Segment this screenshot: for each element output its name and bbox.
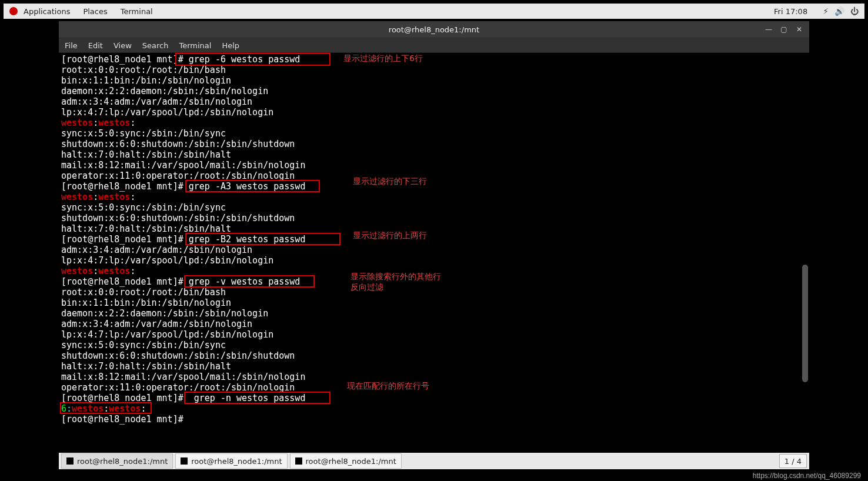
terminal-window: root@rhel8_node1:/mnt — ▢ ✕ File Edit Vi…: [59, 21, 809, 459]
maximize-button[interactable]: ▢: [777, 24, 790, 35]
highlight-box-3: [185, 233, 340, 245]
terminal-area[interactable]: [root@rhel8_node1 mnt]# grep -6 westos p…: [59, 53, 809, 459]
highlight-box-1: [175, 53, 330, 66]
annotation-2: 显示过滤行的下三行: [353, 176, 427, 187]
terminal-scrollbar[interactable]: [802, 76, 808, 453]
taskbar-entry-1[interactable]: root@rhel8_node1:/mnt: [61, 453, 173, 469]
power-icon[interactable]: ⏻: [850, 6, 859, 16]
menu-places[interactable]: Places: [83, 7, 107, 16]
menu-applications[interactable]: Applications: [24, 7, 70, 16]
annotation-3: 显示过滤行的上两行: [353, 231, 427, 241]
minimize-button[interactable]: —: [762, 24, 775, 35]
menu-terminal[interactable]: Terminal: [121, 7, 153, 16]
terminal-icon: [181, 457, 188, 465]
menu-edit[interactable]: Edit: [88, 41, 103, 50]
taskbar-entry-1-label: root@rhel8_node1:/mnt: [77, 457, 168, 466]
highlight-box-6: [60, 402, 152, 414]
watermark: https://blog.csdn.net/qq_46089299: [753, 472, 861, 480]
network-icon[interactable]: ⚡: [823, 6, 829, 16]
window-controls: — ▢ ✕: [760, 21, 806, 38]
workspace-indicator[interactable]: 1 / 4: [779, 454, 807, 468]
terminal-output: [root@rhel8_node1 mnt]# grep -6 westos p…: [59, 53, 809, 426]
menu-view[interactable]: View: [113, 41, 132, 50]
screen: Applications Places Terminal Fri 17:08 ⚡…: [0, 0, 868, 481]
annotation-4b: 反向过滤: [350, 282, 383, 293]
menu-terminal-sub[interactable]: Terminal: [179, 41, 211, 50]
menu-file[interactable]: File: [65, 41, 78, 50]
terminal-menubar: File Edit View Search Terminal Help: [59, 38, 809, 53]
taskbar-entry-2-label: root@rhel8_node1:/mnt: [191, 457, 282, 466]
highlight-box-5: [184, 392, 330, 404]
window-titlebar[interactable]: root@rhel8_node1:/mnt — ▢ ✕: [59, 21, 809, 38]
gnome-topbar: Applications Places Terminal Fri 17:08 ⚡…: [4, 4, 864, 19]
terminal-icon: [66, 457, 74, 465]
taskbar: root@rhel8_node1:/mnt root@rhel8_node1:/…: [59, 453, 809, 469]
highlight-box-2: [185, 180, 320, 192]
menu-help[interactable]: Help: [222, 41, 239, 50]
highlight-box-4: [184, 275, 315, 288]
taskbar-entry-3-label: root@rhel8_node1:/mnt: [306, 457, 396, 466]
annotation-1: 显示过滤行的上下6行: [343, 54, 423, 64]
annotation-4a: 显示除搜索行外的其他行: [350, 272, 441, 282]
activities-icon[interactable]: [9, 7, 18, 15]
window-title: root@rhel8_node1:/mnt: [389, 25, 479, 34]
taskbar-entry-2[interactable]: root@rhel8_node1:/mnt: [175, 453, 287, 469]
menu-search[interactable]: Search: [142, 41, 169, 50]
clock[interactable]: Fri 17:08: [774, 7, 807, 16]
terminal-icon: [295, 457, 302, 465]
annotation-5: 现在匹配行的所在行号: [347, 381, 429, 392]
close-button[interactable]: ✕: [793, 24, 806, 35]
taskbar-entry-3[interactable]: root@rhel8_node1:/mnt: [290, 453, 402, 469]
scrollbar-thumb[interactable]: [802, 265, 808, 382]
volume-icon[interactable]: 🔊: [834, 6, 844, 16]
